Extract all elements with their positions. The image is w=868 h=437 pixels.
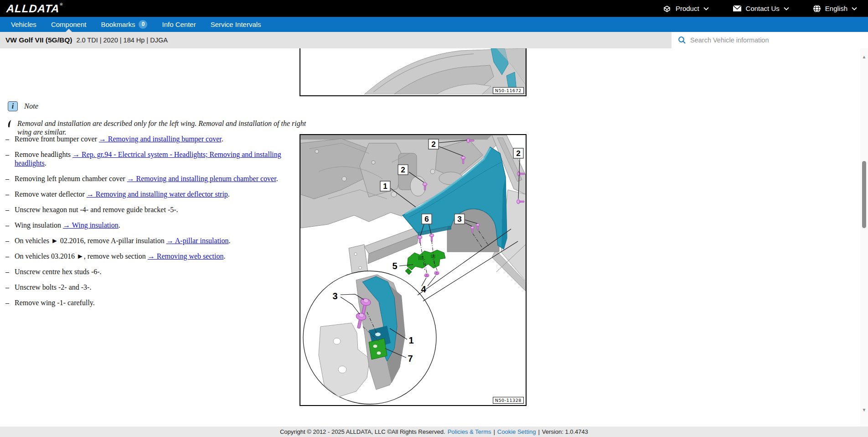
search-icon <box>678 36 686 44</box>
note-heading: i Note <box>8 101 38 111</box>
footer-divider: | <box>493 428 495 435</box>
callout-layer: 22216354317 <box>300 135 526 405</box>
note-bullet: Removal and installation are described o… <box>7 119 308 136</box>
nav-item-label: Component <box>51 21 87 28</box>
nav-item-component[interactable]: Component <box>44 17 94 32</box>
nav-item-label: Bookmarks <box>101 21 135 28</box>
callout-5: 5 <box>392 261 397 271</box>
product-icon <box>662 5 672 13</box>
nav-item-info-center[interactable]: Info Center <box>155 17 203 32</box>
scroll-thumb[interactable] <box>862 161 866 228</box>
procedure-step: –On vehicles ► 02.2016, remove A-pillar … <box>5 236 294 245</box>
callout-2: 2 <box>513 148 524 159</box>
step-dash: – <box>5 236 9 245</box>
figure-main: 22216354317 N50-11328 <box>300 134 527 406</box>
procedure-link[interactable]: → Removing and installing bumper cover <box>99 135 222 143</box>
step-text: Remove water deflector → Removing and in… <box>15 190 230 198</box>
callout-6: 6 <box>422 214 432 224</box>
nav-item-label: Info Center <box>162 21 196 28</box>
callout-2: 2 <box>429 139 439 150</box>
product-label: Product <box>676 5 699 12</box>
top-menus: Product Contact Us English <box>662 5 863 13</box>
globe-icon <box>813 5 821 13</box>
step-dash: – <box>5 190 9 198</box>
procedure-step: –Remove water deflector → Removing and i… <box>5 190 294 198</box>
nav-item-label: Vehicles <box>11 21 36 28</box>
procedure-link[interactable]: → Removing web section <box>148 252 224 260</box>
figure-label: N50-11672 <box>493 87 524 94</box>
procedure-link[interactable]: → Rep. gr.94 - Electrical system - Headl… <box>15 151 281 167</box>
policies-link[interactable]: Policies & Terms <box>448 428 491 435</box>
step-text: Wing insulation → Wing insulation. <box>15 221 120 229</box>
registered-mark: ® <box>60 2 63 6</box>
step-text: Remove front bumper cover → Removing and… <box>15 135 223 143</box>
procedure-step: –Remove front bumper cover → Removing an… <box>5 135 294 143</box>
scroll-up-icon[interactable]: ▲ <box>860 54 868 60</box>
nav-item-vehicles[interactable]: Vehicles <box>4 17 44 32</box>
step-dash: – <box>5 174 9 183</box>
step-dash: – <box>5 267 9 276</box>
step-dash: – <box>5 150 9 159</box>
vehicle-details: 2.0 TDI | 2020 | 184 Hp | DJGA <box>76 36 167 44</box>
figure-label: N50-11328 <box>493 397 524 404</box>
step-dash: – <box>5 205 9 214</box>
figure-top-partial: N50-11672 <box>300 48 527 96</box>
chevron-down-icon <box>784 7 789 10</box>
procedure-step: –Unscrew centre hex studs -6-. <box>5 267 294 276</box>
procedure-link[interactable]: → Removing and installing water deflecto… <box>87 190 228 198</box>
step-text: Unscrew bolts -2- and -3-. <box>15 283 91 291</box>
step-text: On vehicles ► 02.2016, remove A-pillar i… <box>15 237 231 245</box>
nav-item-bookmarks[interactable]: Bookmarks0 <box>93 17 155 32</box>
callout-4: 4 <box>421 284 426 295</box>
contact-us-menu[interactable]: Contact Us <box>733 5 789 12</box>
step-text: Remove headlights → Rep. gr.94 - Electri… <box>15 151 281 167</box>
chevron-down-icon <box>703 7 709 10</box>
procedure-link[interactable]: → Removing and installing plenum chamber… <box>127 175 276 182</box>
cookie-link[interactable]: Cookie Setting <box>497 428 536 435</box>
top-bar: ALLDATA® Product Contact Us English <box>0 0 868 17</box>
footer-divider: | <box>538 428 539 435</box>
vehicle-bar: VW Golf VII (5G/BQ) 2.0 TDI | 2020 | 184… <box>0 32 868 48</box>
vertical-scrollbar: ▲ ▼ <box>860 48 868 427</box>
step-text: On vehicles 03.2016 ►, remove web sectio… <box>15 252 225 260</box>
content-area: N50-11672 i Note Removal and installatio… <box>0 48 868 427</box>
alldata-app: ALLDATA® Product Contact Us English Vehi… <box>0 0 868 437</box>
step-dash: – <box>5 252 9 260</box>
product-menu[interactable]: Product <box>662 5 709 13</box>
callout-2: 2 <box>398 165 408 175</box>
procedure-step: –Unscrew bolts -2- and -3-. <box>5 283 294 291</box>
copyright-text: Copyright © 2012 - 2025 ALLDATA, LLC ©Al… <box>280 428 445 435</box>
search-panel <box>672 32 868 48</box>
callout-3: 3 <box>455 214 465 224</box>
callout-1: 1 <box>408 335 413 346</box>
step-text: Unscrew centre hex studs -6-. <box>15 268 102 276</box>
figure-top-illustration <box>300 48 526 94</box>
search-input[interactable] <box>690 36 841 44</box>
language-label: English <box>825 5 847 12</box>
note-text: Removal and installation are described o… <box>17 119 308 136</box>
step-dash: – <box>5 298 9 307</box>
info-icon: i <box>8 101 18 111</box>
procedure-step: –On vehicles 03.2016 ►, remove web secti… <box>5 252 294 260</box>
chevron-down-icon <box>852 7 857 10</box>
procedure-link[interactable]: → Wing insulation <box>63 221 119 229</box>
note-bullet-icon <box>7 119 11 136</box>
nav-item-service-intervals[interactable]: Service Intervals <box>203 17 269 32</box>
step-text: Unscrew hexagon nut -4- and remove guide… <box>15 206 178 213</box>
step-dash: – <box>5 135 9 143</box>
scroll-down-icon[interactable]: ▼ <box>860 407 868 413</box>
bookmarks-count-badge: 0 <box>139 20 147 29</box>
procedure-step: –Remove headlights → Rep. gr.94 - Electr… <box>5 150 294 167</box>
footer: Copyright © 2012 - 2025 ALLDATA, LLC ©Al… <box>0 427 868 437</box>
callout-7: 7 <box>408 354 413 364</box>
procedure-link[interactable]: → A-pillar insulation <box>166 237 229 245</box>
steps-list: –Remove front bumper cover → Removing an… <box>5 135 294 314</box>
language-menu[interactable]: English <box>813 5 857 13</box>
procedure-step: –Removing left plenum chamber cover → Re… <box>5 174 294 183</box>
procedure-step: –Wing insulation → Wing insulation. <box>5 221 294 229</box>
callout-3: 3 <box>332 291 337 302</box>
step-dash: – <box>5 221 9 229</box>
step-text: Removing left plenum chamber cover → Rem… <box>15 175 278 182</box>
callout-1: 1 <box>380 181 391 192</box>
envelope-icon <box>733 5 742 12</box>
